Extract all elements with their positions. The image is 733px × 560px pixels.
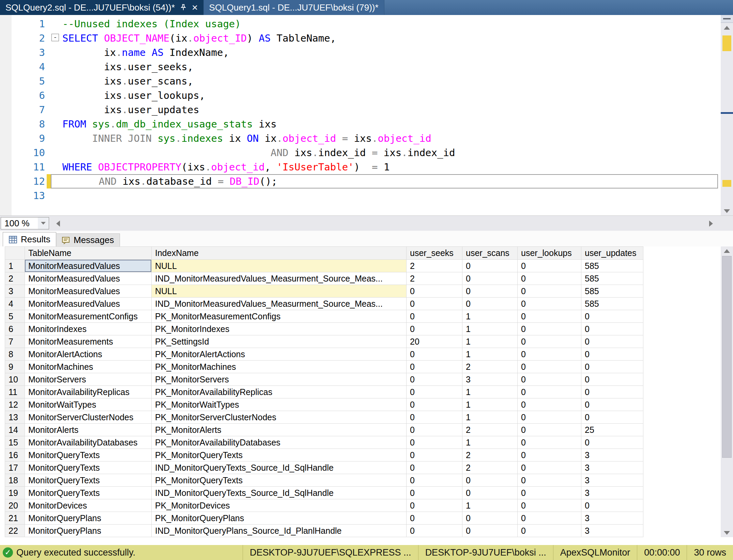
grid-cell[interactable]: 0 [407, 386, 462, 398]
grid-cell[interactable]: 0 [407, 525, 462, 537]
row-number[interactable]: 20 [5, 499, 25, 512]
row-number[interactable]: 7 [5, 335, 25, 348]
code-line[interactable]: 8FROM sys.dm_db_index_usage_stats ixs [0, 117, 718, 131]
grid-cell[interactable]: MonitorMeasuredValues [25, 272, 152, 285]
grid-cell[interactable]: 3 [581, 512, 643, 525]
row-number[interactable]: 1 [5, 260, 25, 272]
code-line[interactable]: 3 ix.name AS IndexName, [0, 45, 718, 60]
grid-cell[interactable]: 585 [581, 285, 643, 298]
grid-cell[interactable]: 0 [581, 499, 643, 512]
grid-cell[interactable]: 0 [518, 386, 581, 398]
row-number[interactable]: 22 [5, 525, 25, 537]
grid-cell[interactable]: 0 [581, 323, 643, 335]
row-number[interactable]: 13 [5, 411, 25, 424]
grid-cell[interactable]: NULL [152, 260, 407, 272]
zoom-select[interactable]: 100 % [1, 217, 49, 229]
grid-cell[interactable]: 0 [407, 487, 462, 499]
grid-cell[interactable]: 20 [407, 335, 462, 348]
grid-cell[interactable]: 0 [518, 474, 581, 487]
grid-cell[interactable]: MonitorAvailabilityDatabases [25, 436, 152, 449]
grid-cell[interactable]: NULL [152, 285, 407, 298]
grid-cell[interactable]: 0 [581, 411, 643, 424]
grid-cell[interactable]: MonitorMeasuredValues [25, 260, 152, 272]
grid-cell[interactable]: MonitorWaitTypes [25, 398, 152, 411]
tab-results[interactable]: Results [3, 232, 56, 246]
grid-cell[interactable]: 3 [462, 373, 518, 386]
grid-cell[interactable]: MonitorMeasurementConfigs [25, 310, 152, 323]
grid-cell[interactable]: MonitorMeasuredValues [25, 285, 152, 298]
grid-cell[interactable]: 0 [407, 323, 462, 335]
editor-vertical-scrollbar[interactable] [721, 15, 733, 215]
row-number[interactable]: 11 [5, 386, 25, 398]
row-number[interactable]: 19 [5, 487, 25, 499]
grid-cell[interactable]: 1 [462, 335, 518, 348]
row-number[interactable]: 2 [5, 272, 25, 285]
grid-cell[interactable]: MonitorAvailabilityReplicas [25, 386, 152, 398]
grid-cell[interactable]: 1 [462, 436, 518, 449]
column-header[interactable]: user_scans [462, 247, 518, 260]
hscroll-left-button[interactable] [53, 220, 63, 227]
row-number[interactable]: 3 [5, 285, 25, 298]
grid-cell[interactable]: IND_MonitorMeasuredValues_Measurment_Sou… [152, 298, 407, 310]
grid-cell[interactable]: 0 [581, 398, 643, 411]
column-header[interactable]: user_seeks [407, 247, 462, 260]
row-number[interactable]: 15 [5, 436, 25, 449]
grid-cell[interactable]: 0 [581, 335, 643, 348]
tab-sqlquery1[interactable]: SQLQuery1.sql - DE...JU7UEF\boksi (79))* [203, 0, 384, 15]
grid-cell[interactable]: PK_MonitorAlerts [152, 424, 407, 436]
grid-cell[interactable]: 0 [581, 386, 643, 398]
grid-cell[interactable]: PK_MonitorServers [152, 373, 407, 386]
grid-cell[interactable]: 0 [407, 298, 462, 310]
grid-cell[interactable]: MonitorServerClusterNodes [25, 411, 152, 424]
code-editor[interactable]: 1--Unused indexes (Index usage)2-SELECT … [0, 15, 733, 215]
grid-cell[interactable]: 1 [462, 348, 518, 361]
column-header[interactable]: user_updates [581, 247, 643, 260]
scroll-up-button[interactable] [721, 246, 733, 255]
grid-cell[interactable]: 0 [407, 348, 462, 361]
grid-cell[interactable]: 0 [518, 361, 581, 373]
grid-cell[interactable]: MonitorQueryPlans [25, 525, 152, 537]
grid-cell[interactable]: 25 [581, 424, 643, 436]
grid-cell[interactable]: 0 [518, 323, 581, 335]
grid-cell[interactable]: PK_MonitorQueryPlans [152, 512, 407, 525]
grid-cell[interactable]: IND_MonitorQueryTexts_Source_Id_SqlHandl… [152, 461, 407, 474]
grid-cell[interactable]: 0 [407, 310, 462, 323]
grid-cell[interactable]: 0 [407, 512, 462, 525]
grid-cell[interactable]: PK_MonitorIndexes [152, 323, 407, 335]
grid-cell[interactable]: 0 [462, 260, 518, 272]
grid-cell[interactable]: IND_MonitorQueryTexts_Source_Id_SqlHandl… [152, 487, 407, 499]
row-number[interactable]: 12 [5, 398, 25, 411]
grid-cell[interactable]: 0 [407, 474, 462, 487]
grid-cell[interactable]: 0 [462, 512, 518, 525]
code-line[interactable]: 6 ixs.user_lookups, [0, 88, 718, 103]
grid-cell[interactable]: 585 [581, 260, 643, 272]
grid-cell[interactable]: 1 [462, 310, 518, 323]
grid-cell[interactable]: 0 [518, 512, 581, 525]
row-number[interactable]: 6 [5, 323, 25, 335]
grid-cell[interactable]: 0 [518, 310, 581, 323]
row-number[interactable]: 17 [5, 461, 25, 474]
grid-cell[interactable]: 0 [518, 525, 581, 537]
collapse-toggle-icon[interactable]: - [51, 34, 59, 41]
code-line[interactable]: 2-SELECT OBJECT_NAME(ix.object_ID) AS Ta… [0, 31, 718, 45]
code-line[interactable]: 9 INNER JOIN sys.indexes ix ON ix.object… [0, 131, 718, 146]
grid-cell[interactable]: 0 [518, 260, 581, 272]
scrollbar-thumb[interactable] [722, 256, 732, 458]
row-number[interactable]: 9 [5, 361, 25, 373]
grid-cell[interactable]: MonitorServers [25, 373, 152, 386]
grid-cell[interactable]: 0 [518, 373, 581, 386]
grid-cell[interactable]: 0 [518, 272, 581, 285]
grid-cell[interactable]: 585 [581, 298, 643, 310]
grid-cell[interactable]: PK_MonitorServerClusterNodes [152, 411, 407, 424]
scroll-down-button[interactable] [721, 528, 733, 537]
grid-cell[interactable]: 0 [581, 436, 643, 449]
grid-cell[interactable]: 1 [462, 499, 518, 512]
grid-cell[interactable]: 0 [518, 348, 581, 361]
scroll-up-button[interactable] [721, 23, 733, 32]
grid-cell[interactable]: 0 [462, 285, 518, 298]
column-header[interactable]: TableName [25, 247, 152, 260]
grid-cell[interactable]: 0 [407, 373, 462, 386]
grid-cell[interactable]: 3 [581, 461, 643, 474]
pin-icon[interactable] [180, 4, 187, 11]
grid-cell[interactable]: 0 [581, 361, 643, 373]
